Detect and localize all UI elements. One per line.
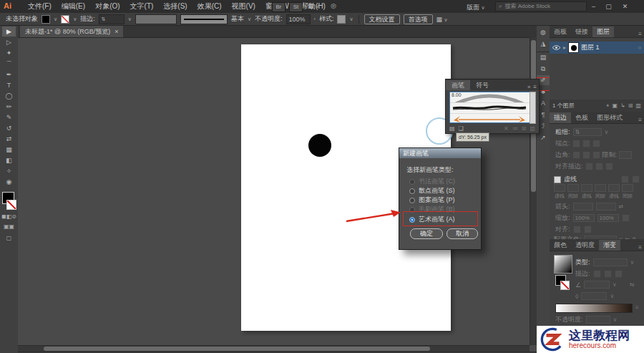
export-panel-icon[interactable]: ↗ xyxy=(537,132,550,142)
horizontal-scroll-thumb[interactable] xyxy=(44,347,430,351)
lasso-tool[interactable]: ⌒ xyxy=(2,59,16,69)
dashed-line-checkbox[interactable] xyxy=(554,176,561,183)
bridge-button[interactable]: Br xyxy=(272,2,286,12)
maximize-button[interactable]: ▢ xyxy=(603,1,614,11)
menu-select[interactable]: 选择(S) xyxy=(158,0,192,13)
document-tab[interactable]: 未标题-1* @ 80% (RGB/预览) × xyxy=(20,26,123,37)
new-sublayer-icon[interactable]: ↳ xyxy=(620,102,625,109)
panel-menu-icon[interactable]: ≡ xyxy=(638,244,644,251)
direct-selection-tool[interactable]: ▷ xyxy=(2,37,16,47)
symbols-panel-icon[interactable]: ◍ xyxy=(537,27,550,37)
tab-close-icon[interactable]: × xyxy=(114,28,118,35)
option-pattern-brush[interactable]: 图案画笔 (P) xyxy=(409,195,455,205)
brush-item-arrow[interactable] xyxy=(450,114,530,124)
clipping-mask-icon[interactable]: ▣ xyxy=(612,102,618,109)
paintbrush-tool[interactable]: ✏ xyxy=(2,102,16,112)
pen-tool[interactable]: ✒ xyxy=(2,69,16,79)
tab-graphic-styles[interactable]: 图形样式 xyxy=(592,112,627,123)
opacity-options-icon[interactable]: › xyxy=(314,16,316,21)
option-scatter-brush[interactable]: 散点画笔 (S) xyxy=(409,186,455,195)
visibility-eye-icon[interactable] xyxy=(552,44,561,51)
black-circle-artwork[interactable] xyxy=(308,134,331,157)
document-setup-button[interactable]: 文档设置 xyxy=(364,14,400,24)
rotate-tool[interactable]: ↺ xyxy=(2,123,16,133)
align-options-icon[interactable]: ▦ ∨ xyxy=(436,16,448,23)
chevron-down-icon[interactable]: ∨ xyxy=(54,16,57,22)
tab-artboards[interactable]: 画板 xyxy=(550,26,571,37)
search-input[interactable]: ⌕ 搜索 Adobe Stock xyxy=(495,1,587,11)
menu-edit[interactable]: 编辑(E) xyxy=(57,0,90,13)
brush-list-scrollbar[interactable] xyxy=(530,92,536,124)
tab-transparency[interactable]: 透明度 xyxy=(571,240,599,251)
style-swatch[interactable] xyxy=(337,15,346,24)
draw-mode-button[interactable]: ▣▣ xyxy=(0,223,18,230)
opacity-field[interactable]: 100% xyxy=(286,14,311,24)
panel-menu-icon[interactable]: ≡ xyxy=(638,31,644,37)
gradient-panel-icon[interactable]: ◮ xyxy=(537,39,550,49)
cancel-button[interactable]: 取消 xyxy=(447,228,478,239)
tab-brushes[interactable]: 画笔 xyxy=(446,80,470,90)
arrange-documents-icon[interactable]: ▦ ∨ xyxy=(308,2,319,9)
preferences-button[interactable]: 首选项 xyxy=(404,14,433,24)
tab-color[interactable]: 颜色 xyxy=(550,240,571,251)
appearance-panel-icon[interactable]: ⧉ xyxy=(537,64,550,74)
tab-swatches[interactable]: 色板 xyxy=(571,112,592,123)
tab-layers[interactable]: 图层 xyxy=(592,26,614,37)
menu-effect[interactable]: 效果(C) xyxy=(192,0,227,13)
eyedropper-tool[interactable]: ✧ xyxy=(2,166,16,176)
brush-item-charcoal[interactable] xyxy=(450,103,530,114)
type-tool[interactable]: T xyxy=(2,80,16,90)
extras-icon[interactable]: ◎ xyxy=(331,2,336,9)
spinner-icon[interactable]: ⇅ xyxy=(102,16,106,22)
stroke-color-swatch[interactable] xyxy=(61,15,69,24)
workspace-switcher[interactable]: 版面 ∨ xyxy=(467,3,485,12)
radio-icon[interactable] xyxy=(409,198,415,203)
mesh-tool[interactable]: ▦ xyxy=(2,145,16,155)
brush-definition-preview[interactable] xyxy=(180,14,228,24)
layer-target-icon[interactable]: ○ xyxy=(638,44,641,51)
type-dropdown[interactable] xyxy=(593,258,628,266)
gradient-preview-swatch[interactable] xyxy=(554,255,572,274)
menu-type[interactable]: 文字(T) xyxy=(125,0,159,13)
layer-row[interactable]: ▸ 图层 1 ○ xyxy=(550,42,644,54)
menu-object[interactable]: 对象(O) xyxy=(90,0,125,13)
weight-stepper[interactable]: ⇅ xyxy=(573,128,602,136)
site-url[interactable]: herecours.com xyxy=(569,342,630,349)
gradient-tool[interactable]: ◧ xyxy=(2,155,16,165)
chevron-down-icon[interactable]: ∨ xyxy=(248,16,251,22)
locate-object-icon[interactable]: ⌖ xyxy=(606,102,610,110)
collapse-panel-icon[interactable]: » xyxy=(527,84,530,90)
tab-symbols[interactable]: 符号 xyxy=(470,80,494,90)
gradient-slider[interactable] xyxy=(555,304,633,313)
panel-menu-icon[interactable]: ≡ xyxy=(533,84,537,90)
ellipse-tool[interactable]: ◯ xyxy=(2,91,16,101)
pencil-tool[interactable]: ✎ xyxy=(2,112,16,122)
menu-view[interactable]: 视图(V) xyxy=(227,0,260,13)
chevron-down-icon[interactable]: ∨ xyxy=(128,16,132,22)
menu-file[interactable]: 文件(F) xyxy=(23,0,57,13)
brush-libraries-icon[interactable]: ▤ xyxy=(449,125,455,132)
color-mode-buttons[interactable]: ◼◧⊘ xyxy=(0,213,18,220)
chevron-down-icon[interactable]: ∨ xyxy=(605,129,609,135)
stock-button[interactable]: St xyxy=(289,2,303,12)
chevron-down-icon[interactable]: ∨ xyxy=(73,16,77,22)
libraries-panel-icon[interactable]: ❏ xyxy=(459,125,464,132)
tab-stroke[interactable]: 描边 xyxy=(550,112,571,123)
selection-tool[interactable]: ▶ xyxy=(2,26,16,37)
brush-item-bristle[interactable]: 8.00 xyxy=(450,92,530,103)
radio-icon[interactable] xyxy=(409,188,415,194)
tab-gradient[interactable]: 渐变 xyxy=(599,240,620,251)
fill-color-swatch[interactable] xyxy=(42,15,50,24)
chevron-down-icon[interactable]: ∨ xyxy=(349,16,353,22)
artboards-panel-icon[interactable]: ▤ xyxy=(537,52,550,62)
expand-layer-icon[interactable]: ▸ xyxy=(563,44,566,51)
blend-tool[interactable]: ◉ xyxy=(2,177,16,187)
magic-wand-tool[interactable]: ✦ xyxy=(2,48,16,58)
close-button[interactable]: ✕ xyxy=(620,1,630,11)
screen-mode-button[interactable]: ▢ xyxy=(0,235,18,241)
width-tool[interactable]: ⇄ xyxy=(2,134,16,144)
gradient-stroke-swatch[interactable] xyxy=(560,281,570,290)
ok-button[interactable]: 确定 xyxy=(410,228,443,239)
tab-links[interactable]: 链接 xyxy=(571,26,592,37)
new-layer-icon[interactable]: ⊞ xyxy=(628,102,633,109)
